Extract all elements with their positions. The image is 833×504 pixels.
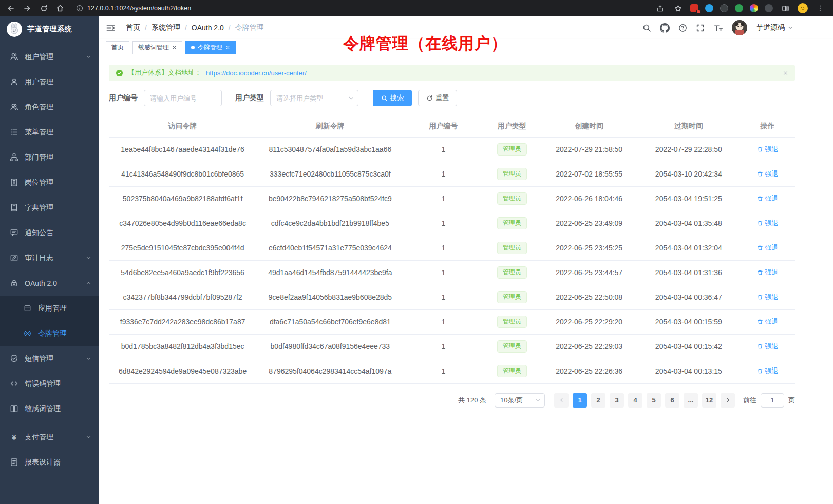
split-view-icon[interactable] — [780, 3, 791, 14]
sidebar: 芋道管理系统 租户管理 用户管理 角色管理 菜单管理 部 — [0, 16, 99, 504]
force-logout-label: 强退 — [765, 194, 779, 203]
forward-icon[interactable] — [22, 3, 33, 14]
user-type-badge: 管理员 — [497, 316, 527, 328]
edit-icon — [10, 254, 18, 262]
goto-page-input[interactable] — [761, 393, 784, 408]
sidebar-item-user[interactable]: 用户管理 — [0, 69, 99, 94]
tab-token[interactable]: 令牌管理 — [185, 41, 236, 54]
sidebar-collapse-icon[interactable] — [106, 23, 116, 33]
code-icon — [10, 379, 18, 388]
force-logout-button[interactable]: 强退 — [757, 219, 779, 228]
fullscreen-icon[interactable] — [696, 24, 705, 32]
force-logout-button[interactable]: 强退 — [757, 366, 779, 376]
close-icon[interactable] — [225, 45, 230, 50]
page-button[interactable]: 1 — [573, 393, 587, 408]
force-logout-button[interactable]: 强退 — [757, 268, 779, 277]
prev-page-button[interactable] — [554, 393, 569, 408]
force-logout-button[interactable]: 强退 — [757, 194, 779, 203]
page-button[interactable]: 5 — [647, 393, 661, 408]
user-type-select[interactable] — [270, 90, 358, 106]
search-icon[interactable] — [642, 24, 651, 32]
breadcrumb-item[interactable]: OAuth 2.0 — [192, 24, 224, 32]
page-button[interactable]: 2 — [591, 393, 605, 408]
browser-extension-icon[interactable] — [720, 4, 728, 12]
sidebar-item-label: 敏感词管理 — [25, 404, 91, 414]
home-icon[interactable] — [54, 3, 66, 14]
browser-extension-icon[interactable] — [735, 4, 743, 12]
sidebar-item-audit-log[interactable]: 审计日志 — [0, 245, 99, 270]
tab-sensitive-word[interactable]: 敏感词管理 — [132, 41, 182, 54]
page-content: 【用户体系】文档地址： https://doc.iocoder.cn/user-… — [99, 56, 833, 504]
help-icon[interactable] — [678, 24, 687, 32]
browser-profile-avatar[interactable] — [798, 3, 808, 13]
breadcrumb-item[interactable]: 首页 — [126, 23, 140, 32]
sidebar-item-role[interactable]: 角色管理 — [0, 94, 99, 120]
browser-extension-icon[interactable] — [690, 4, 698, 12]
page-button[interactable]: 6 — [665, 393, 679, 408]
next-page-button[interactable] — [721, 393, 735, 408]
force-logout-button[interactable]: 强退 — [757, 243, 779, 253]
page-size-select[interactable]: 10条/页 — [495, 393, 545, 408]
sidebar-item-label: 报表设计器 — [25, 458, 91, 467]
user-id-label: 用户编号 — [109, 93, 138, 103]
force-logout-button[interactable]: 强退 — [757, 293, 779, 302]
search-icon — [381, 95, 388, 102]
app-logo[interactable]: 芋道管理系统 — [0, 16, 99, 42]
force-logout-button[interactable]: 强退 — [757, 342, 779, 351]
page-button[interactable]: 4 — [628, 393, 642, 408]
reload-icon[interactable] — [38, 3, 49, 14]
sidebar-item-sms[interactable]: 短信管理 — [0, 346, 99, 371]
browser-menu-icon[interactable] — [815, 3, 826, 14]
force-logout-button[interactable]: 强退 — [757, 145, 779, 154]
sidebar-item-dict[interactable]: 字典管理 — [0, 195, 99, 220]
browser-extension-icon[interactable] — [765, 4, 773, 12]
page-button[interactable]: 12 — [702, 393, 716, 408]
user-type-badge: 管理员 — [497, 192, 527, 205]
sidebar-item-oauth[interactable]: OAuth 2.0 — [0, 270, 99, 296]
sidebar-item-error-code[interactable]: 错误码管理 — [0, 371, 99, 396]
delete-icon — [757, 343, 763, 350]
cell-expires: 2054-03-10 20:42:34 — [637, 162, 740, 186]
sidebar-item-tenant[interactable]: 租户管理 — [0, 44, 99, 69]
sidebar-item-post[interactable]: 岗位管理 — [0, 170, 99, 195]
bookmark-star-icon[interactable] — [672, 3, 684, 14]
sidebar-item-sensitive-word[interactable]: 敏感词管理 — [0, 396, 99, 421]
active-tab-dot — [191, 46, 195, 49]
doc-link[interactable]: https://doc.iocoder.cn/user-center/ — [206, 69, 307, 77]
page-button[interactable]: 3 — [610, 393, 624, 408]
user-menu[interactable]: 芋道源码 — [756, 23, 793, 32]
breadcrumb-item[interactable]: 系统管理 — [152, 23, 180, 32]
user-type-select-input[interactable] — [270, 90, 358, 106]
sidebar-item-menu[interactable]: 菜单管理 — [0, 120, 99, 145]
force-logout-button[interactable]: 强退 — [757, 169, 779, 179]
share-icon[interactable] — [654, 3, 666, 14]
close-icon[interactable] — [172, 45, 177, 50]
sidebar-item-notice[interactable]: 通知公告 — [0, 220, 99, 245]
reset-button[interactable]: 重置 — [418, 90, 457, 106]
sidebar-item-label: 字典管理 — [25, 203, 91, 212]
sidebar-item-report-designer[interactable]: 报表设计器 — [0, 450, 99, 475]
site-info-icon[interactable] — [76, 5, 83, 12]
url-bar[interactable]: 127.0.0.1:1024/system/oauth2/token — [71, 2, 649, 14]
user-type-badge: 管理员 — [497, 365, 527, 377]
github-icon[interactable] — [660, 23, 670, 33]
user-icon — [10, 77, 18, 86]
browser-extension-icon[interactable] — [705, 4, 713, 12]
close-icon[interactable] — [783, 70, 788, 76]
sidebar-item-dept[interactable]: 部门管理 — [0, 145, 99, 170]
sidebar-item-oauth-token[interactable]: 令牌管理 — [0, 321, 99, 346]
browser-extension-icon[interactable] — [750, 4, 758, 12]
sidebar-item-pay[interactable]: ¥ 支付管理 — [0, 424, 99, 450]
tab-home[interactable]: 首页 — [106, 41, 129, 54]
back-icon[interactable] — [5, 3, 16, 14]
delete-icon — [757, 269, 763, 276]
user-id-input[interactable] — [144, 90, 222, 106]
font-size-icon[interactable] — [713, 24, 723, 32]
force-logout-button[interactable]: 强退 — [757, 317, 779, 326]
cell-refresh-token: b0df4980ffd34c67a08f9156e4eee733 — [256, 334, 404, 359]
more-pages-button[interactable]: ... — [684, 393, 698, 408]
sidebar-item-label: 角色管理 — [25, 103, 91, 112]
user-avatar[interactable] — [732, 20, 747, 35]
search-button[interactable]: 搜索 — [373, 90, 412, 106]
sidebar-item-oauth-app[interactable]: 应用管理 — [0, 296, 99, 321]
